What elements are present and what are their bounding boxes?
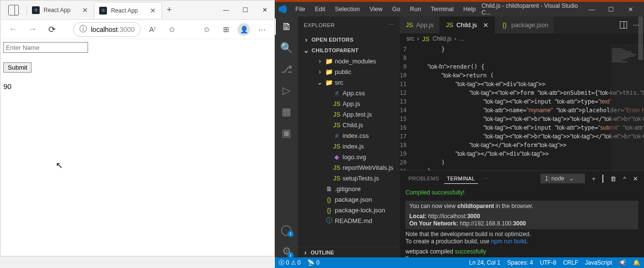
mouse-cursor-icon: ↖: [56, 160, 63, 171]
more-icon[interactable]: ⋯: [254, 25, 270, 34]
forward-button[interactable]: →: [25, 22, 40, 37]
close-button[interactable]: ✕: [621, 2, 640, 16]
tree-item-node_modules[interactable]: ›📁node_modules: [298, 56, 400, 66]
editor-tab-package-json[interactable]: {}package.json: [495, 16, 555, 33]
code-editor[interactable]: 7 8 9 10 11 12 13 14 15 16 17 18 19 20 2…: [400, 44, 644, 170]
maximize-button[interactable]: ☐: [601, 2, 621, 16]
menu-file[interactable]: File: [292, 4, 309, 15]
menu-go[interactable]: Go: [389, 4, 404, 15]
tree-item-README-md[interactable]: ⓘREADME.md: [298, 215, 400, 226]
back-button[interactable]: ←: [5, 22, 21, 37]
browser-tab-0[interactable]: React App ✕: [27, 2, 94, 18]
open-editors-section[interactable]: ›OPEN EDITORS: [298, 34, 400, 45]
read-aloud-icon[interactable]: A⁾: [145, 25, 160, 34]
editor-tab-App-js[interactable]: JSApp.js: [400, 16, 440, 33]
tree-item-public[interactable]: ›📁public: [298, 66, 400, 77]
react-icon: [99, 7, 107, 15]
close-panel-icon[interactable]: ✕: [633, 175, 638, 182]
project-section[interactable]: ⌄CHILDTOPARENT: [298, 45, 400, 56]
explorer-icon[interactable]: 🗎: [280, 20, 293, 33]
address-bar[interactable]: ⓘ localhost:3000: [73, 22, 141, 37]
source-control-icon[interactable]: ⎇: [280, 63, 293, 75]
file-tree: ›OPEN EDITORS ⌄CHILDTOPARENT ›📁node_modu…: [298, 33, 400, 247]
split-editor-icon[interactable]: [620, 21, 627, 29]
editor-tabs: JSApp.jsJSChild.js✕{}package.json ⋯: [400, 16, 644, 33]
more-icon[interactable]: ⋯: [480, 174, 491, 184]
new-terminal-icon[interactable]: +: [592, 175, 596, 182]
tree-item-package-lock-json[interactable]: {}package-lock.json: [298, 205, 400, 215]
maximize-button[interactable]: ☐: [236, 3, 255, 17]
menu-terminal[interactable]: Terminal: [427, 4, 457, 15]
tree-item-package-json[interactable]: {}package.json: [298, 194, 400, 205]
status-errors[interactable]: ⓧ 0 ⚠ 0: [279, 259, 300, 267]
menu-run[interactable]: Run: [406, 4, 425, 15]
tree-item-src[interactable]: ⌄📁src: [298, 77, 400, 88]
status-eol[interactable]: CRLF: [563, 259, 578, 266]
browser-tab-strip: React App ✕ React App ✕ + — ☐ ✕: [0, 0, 274, 20]
page-content: 90: [0, 39, 274, 93]
tree-item-index-js[interactable]: JSindex.js: [298, 141, 400, 151]
split-terminal-icon[interactable]: [602, 175, 603, 182]
status-port[interactable]: 📡 0: [307, 259, 319, 266]
run-debug-icon[interactable]: ▷: [280, 84, 293, 97]
more-icon[interactable]: ⋯: [389, 22, 394, 28]
terminal-output[interactable]: Compiled successfully! You can now view …: [400, 186, 644, 257]
close-tab-icon[interactable]: ✕: [483, 21, 489, 29]
menu-selection[interactable]: Selection: [331, 4, 363, 15]
remote-icon[interactable]: ▣: [280, 127, 293, 139]
breadcrumbs[interactable]: src› JSChild.js› ...: [400, 33, 644, 44]
menu-view[interactable]: View: [366, 4, 387, 15]
tree-item-reportWebVitals-js[interactable]: JSreportWebVitals.js: [298, 162, 400, 173]
favorite-icon[interactable]: ✩: [164, 25, 180, 34]
tree-item-App-css[interactable]: #App.css: [298, 88, 400, 98]
tree-item-logo-svg[interactable]: ◆logo.svg: [298, 151, 400, 162]
terminal-select[interactable]: 1: node ⌄: [540, 174, 585, 183]
minimize-button[interactable]: —: [216, 3, 236, 17]
minimize-button[interactable]: —: [582, 2, 601, 16]
tree-item--gitignore[interactable]: 🗎.gitignore: [298, 183, 400, 194]
status-lang[interactable]: JavaScript: [585, 259, 612, 266]
site-info-icon[interactable]: ⓘ: [79, 24, 87, 34]
menu-help[interactable]: Help: [459, 4, 479, 15]
minimap[interactable]: [610, 44, 644, 170]
tree-item-index-css[interactable]: #index.css: [298, 130, 400, 141]
status-encoding[interactable]: UTF-8: [540, 259, 556, 266]
close-tab-icon[interactable]: ✕: [149, 7, 157, 15]
settings-gear-icon[interactable]: ⚙1: [280, 245, 293, 257]
tree-item-App-test-js[interactable]: JSApp.test.js: [298, 109, 400, 119]
extensions-icon[interactable]: ▦: [280, 105, 293, 118]
editor-area: JSApp.jsJSChild.js✕{}package.json ⋯ src›…: [400, 16, 644, 257]
tab-title: React App: [111, 7, 137, 14]
name-input[interactable]: [3, 42, 88, 53]
url-text: localhost:3000: [91, 26, 135, 33]
menu-edit[interactable]: Edit: [311, 4, 329, 15]
submit-button[interactable]: [3, 62, 31, 73]
search-icon[interactable]: 🔍: [280, 42, 293, 54]
bottom-panel: PROBLEMS TERMINAL ⋯ 1: node ⌄ + 🗑 ^ ✕ Co…: [400, 170, 644, 257]
terminal-tab[interactable]: TERMINAL: [444, 174, 478, 184]
trash-icon[interactable]: 🗑: [610, 175, 616, 182]
feedback-icon[interactable]: 📢: [619, 259, 626, 266]
profile-avatar[interactable]: 👤: [238, 23, 250, 36]
favorites-bar-icon[interactable]: ✩: [199, 25, 214, 34]
editor-tab-Child-js[interactable]: JSChild.js✕: [440, 16, 495, 33]
tree-item-App-js[interactable]: JSApp.js: [298, 98, 400, 109]
close-tab-icon[interactable]: ✕: [81, 6, 89, 14]
notifications-icon[interactable]: 🔔: [633, 259, 640, 266]
status-cursor[interactable]: Ln 24, Col 1: [469, 259, 501, 266]
problems-tab[interactable]: PROBLEMS: [405, 174, 442, 183]
explorer-sidebar: EXPLORER ⋯ ›OPEN EDITORS ⌄CHILDTOPARENT …: [298, 16, 400, 257]
new-tab-button[interactable]: +: [162, 5, 177, 15]
tree-item-setupTests-js[interactable]: JSsetupTests.js: [298, 173, 400, 183]
collections-icon[interactable]: ⊞: [218, 25, 234, 34]
close-button[interactable]: ✕: [255, 3, 274, 17]
chevron-up-icon[interactable]: ^: [623, 175, 626, 182]
outline-section[interactable]: ›OUTLINE: [298, 247, 400, 257]
accounts-icon[interactable]: ◯1: [280, 223, 293, 236]
refresh-button[interactable]: ⟳: [44, 22, 60, 37]
tree-item-Child-js[interactable]: JSChild.js: [298, 119, 400, 130]
browser-tab-1[interactable]: React App ✕: [94, 2, 162, 18]
tab-actions-icon[interactable]: [8, 5, 19, 15]
react-icon: [32, 6, 40, 14]
status-spaces[interactable]: Spaces: 4: [507, 259, 533, 266]
